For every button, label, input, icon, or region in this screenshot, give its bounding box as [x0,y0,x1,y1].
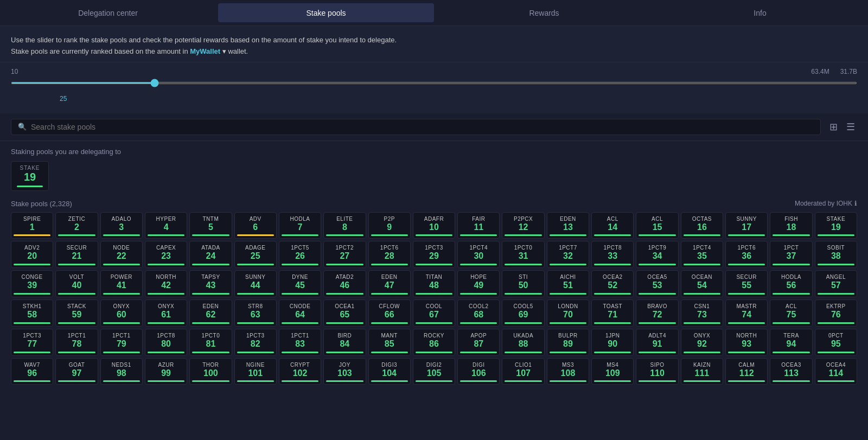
pool-card[interactable]: AZUR 99 [145,358,187,385]
pool-card[interactable]: ACL 15 [636,212,678,239]
pool-card[interactable]: GOAT 97 [55,358,98,385]
pool-card[interactable]: SIPO 110 [636,358,678,385]
pool-card[interactable]: OCEA1 65 [323,299,366,327]
pool-card[interactable]: ONYX 92 [681,329,723,356]
pool-card[interactable]: CRYPT 102 [279,358,321,385]
pool-card[interactable]: WAV7 96 [11,358,53,385]
wallet-selector[interactable]: MyWallet [190,47,220,55]
pool-card[interactable]: EKTRP 76 [815,299,857,327]
search-input[interactable] [31,123,814,131]
pool-card[interactable]: JOY 103 [323,358,366,385]
pool-card[interactable]: BIRD 84 [323,329,366,356]
pool-card[interactable]: STAKE 19 [815,212,857,239]
pool-card[interactable]: EDEN 62 [189,299,232,327]
pool-card[interactable]: HOPE 49 [457,270,500,297]
pool-card[interactable]: FISH 18 [770,212,812,239]
pool-card[interactable]: 1PCT1 83 [279,329,321,356]
pool-card[interactable]: 1PCT3 77 [11,329,53,356]
delegating-stake-card[interactable]: STAKE 19 [11,161,49,191]
pool-card[interactable]: NEDS1 98 [100,358,143,385]
pool-card[interactable]: NODE 22 [100,241,143,268]
pool-card[interactable]: CSN1 73 [681,299,723,327]
pool-card[interactable]: OCEA3 113 [770,358,812,385]
pool-card[interactable]: 1PCT7 32 [547,241,589,268]
pool-card[interactable]: TITAN 48 [413,270,455,297]
pool-card[interactable]: DIGI3 104 [368,358,411,385]
pool-card[interactable]: 1PCT5 26 [279,241,321,268]
pool-card[interactable]: 1PCT0 81 [189,329,232,356]
nav-stake-pools[interactable]: Stake pools [218,3,434,22]
pool-card[interactable]: SOBIT 38 [815,241,857,268]
pool-card[interactable]: 1PCT6 28 [368,241,411,268]
pool-card[interactable]: MS3 108 [547,358,589,385]
pool-card[interactable]: TERA 94 [770,329,812,356]
pool-card[interactable]: ATAD2 46 [323,270,366,297]
pool-card[interactable]: ROCKY 86 [413,329,455,356]
pool-card[interactable]: DIGI2 105 [413,358,455,385]
pool-card[interactable]: ANGEL 57 [815,270,857,297]
list-view-button[interactable]: ☰ [844,120,857,134]
pool-card[interactable]: SUNNY 17 [725,212,768,239]
pool-card[interactable]: 1PCT4 35 [681,241,723,268]
pool-card[interactable]: CNODE 64 [279,299,321,327]
pool-card[interactable]: FAIR 11 [457,212,500,239]
pool-card[interactable]: ADV2 20 [11,241,53,268]
pool-card[interactable]: ADV 6 [234,212,277,239]
pool-card[interactable]: ACL 75 [770,299,812,327]
pool-card[interactable]: NORTH 42 [145,270,187,297]
pool-card[interactable]: TOAST 71 [591,299,634,327]
pool-card[interactable]: ADAGE 25 [234,241,277,268]
pool-card[interactable]: OCTAS 16 [681,212,723,239]
pool-card[interactable]: COOL 67 [413,299,455,327]
pool-card[interactable]: 1PCT2 27 [323,241,366,268]
pool-card[interactable]: COOL2 68 [457,299,500,327]
pool-card[interactable]: 1PCT 37 [770,241,812,268]
pool-card[interactable]: 0PCT 95 [815,329,857,356]
pool-card[interactable]: CALM 112 [725,358,768,385]
pool-card[interactable]: TAPSY 43 [189,270,232,297]
pool-card[interactable]: CLIO1 107 [502,358,544,385]
pool-card[interactable]: KAIZN 111 [681,358,723,385]
pool-card[interactable]: 1PCT8 33 [591,241,634,268]
pool-card[interactable]: ELITE 8 [323,212,366,239]
pool-card[interactable]: CFLOW 66 [368,299,411,327]
pool-card[interactable]: 1PCT0 31 [502,241,544,268]
pool-card[interactable]: EDEN 47 [368,270,411,297]
pool-card[interactable]: EDEN 13 [547,212,589,239]
pool-card[interactable]: HODLA 7 [279,212,321,239]
pool-card[interactable]: OCEAN 54 [681,270,723,297]
pool-card[interactable]: STI 50 [502,270,544,297]
pool-card[interactable]: 1PCT9 34 [636,241,678,268]
pool-card[interactable]: LONDN 70 [547,299,589,327]
pool-card[interactable]: POWER 41 [100,270,143,297]
pool-card[interactable]: ACL 14 [591,212,634,239]
pool-card[interactable]: 1PCT1 78 [55,329,98,356]
pool-card[interactable]: HODLA 56 [770,270,812,297]
pool-card[interactable]: MASTR 74 [725,299,768,327]
pool-card[interactable]: 1PCT8 80 [145,329,187,356]
pool-card[interactable]: VOLT 40 [55,270,98,297]
pool-card[interactable]: COOL5 69 [502,299,544,327]
pool-card[interactable]: MS4 109 [591,358,634,385]
pool-card[interactable]: ADALO 3 [100,212,143,239]
pool-card[interactable]: SPIRE 1 [11,212,53,239]
pool-card[interactable]: THOR 100 [189,358,232,385]
pool-card[interactable]: UKADA 88 [502,329,544,356]
pool-card[interactable]: ADAFR 10 [413,212,455,239]
stake-slider[interactable] [11,82,857,84]
pool-card[interactable]: STKH1 58 [11,299,53,327]
pool-card[interactable]: STR8 63 [234,299,277,327]
nav-info[interactable]: Info [652,0,868,25]
pool-card[interactable]: SECUR 55 [725,270,768,297]
pool-card[interactable]: 1JPN 90 [591,329,634,356]
pool-card[interactable]: P2PCX 12 [502,212,544,239]
pool-card[interactable]: OCEA4 114 [815,358,857,385]
pool-card[interactable]: ONYX 60 [100,299,143,327]
pool-card[interactable]: ADLT4 91 [636,329,678,356]
pool-card[interactable]: 1PCT3 29 [413,241,455,268]
pool-card[interactable]: NORTH 93 [725,329,768,356]
pool-card[interactable]: HYPER 4 [145,212,187,239]
grid-view-button[interactable]: ⊞ [827,120,840,134]
pool-card[interactable]: 1PCT6 36 [725,241,768,268]
pool-card[interactable]: NGINE 101 [234,358,277,385]
